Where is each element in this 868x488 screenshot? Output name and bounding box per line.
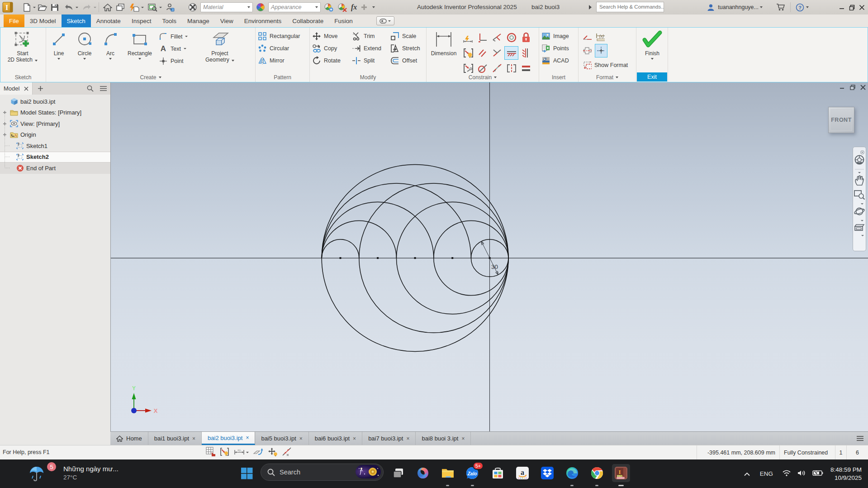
browser-tab-model[interactable]: Model — [0, 82, 33, 95]
pan-hand-icon[interactable] — [854, 174, 865, 188]
parameters-fx-icon[interactable]: fx — [349, 1, 359, 13]
capture-caret[interactable] — [159, 7, 162, 8]
sketch-center-point[interactable] — [414, 257, 416, 259]
finish-sketch-button[interactable]: Finish — [636, 28, 668, 71]
task-view-button[interactable] — [389, 464, 407, 482]
show-constraints-icon[interactable] — [461, 46, 475, 60]
center-point-icon[interactable] — [595, 44, 607, 57]
tree-row-view[interactable]: View: [Primary] — [0, 118, 110, 129]
panel-label-exit[interactable]: Exit — [637, 72, 667, 81]
line-button[interactable]: Line — [46, 28, 71, 71]
zoom-menu-caret[interactable] — [861, 203, 863, 205]
panel-label-sketch[interactable]: Sketch — [0, 73, 46, 81]
constraint-inference-icon[interactable] — [220, 447, 230, 458]
panel-label-insert[interactable]: Insert — [539, 73, 578, 81]
quick-input-caret[interactable] — [141, 7, 144, 8]
expander-icon[interactable] — [2, 133, 8, 137]
minimize-button[interactable] — [837, 1, 847, 13]
lock-icon[interactable] — [519, 31, 533, 44]
construction-icon[interactable] — [583, 33, 592, 42]
tab-collaborate[interactable]: Collaborate — [287, 14, 329, 27]
capture-icon[interactable] — [146, 1, 159, 13]
doc-tab-bai1[interactable]: bai1 buoi3.ipt× — [148, 432, 202, 445]
fillet-button[interactable]: Fillet — [157, 30, 198, 43]
doc-tab-bai6[interactable]: bai6 buoi3.ipt× — [309, 432, 362, 445]
volume-icon[interactable] — [797, 469, 806, 478]
amazon-button[interactable]: a — [513, 464, 531, 482]
tab-annotate[interactable]: Annotate — [91, 14, 126, 27]
orbit-icon[interactable] — [854, 206, 865, 219]
undo-dropdown-caret[interactable] — [76, 7, 78, 8]
driven-dimension-icon[interactable]: (x) — [596, 33, 605, 42]
open-icon[interactable] — [36, 1, 49, 13]
panel-label-pattern[interactable]: Pattern — [256, 73, 309, 81]
windows-start-button[interactable] — [237, 464, 256, 482]
sketch-center-point[interactable] — [340, 257, 342, 259]
tab-close-icon[interactable]: × — [192, 435, 195, 442]
slice-graphics-icon[interactable] — [253, 447, 264, 458]
tab-close-icon[interactable]: × — [461, 435, 465, 442]
arc-button[interactable]: Arc — [98, 28, 123, 71]
help-caret[interactable] — [806, 6, 809, 8]
tree-row-sketch1[interactable]: Sketch1 — [0, 140, 110, 152]
tree-row-sketch2[interactable]: Sketch2 — [0, 152, 110, 163]
move-button[interactable]: Move — [310, 30, 350, 42]
tab-close-icon[interactable]: × — [299, 435, 303, 442]
panel-label-format[interactable]: Format — [579, 73, 636, 81]
dropbox-button[interactable] — [538, 464, 556, 482]
sketch-center-point[interactable] — [377, 257, 379, 259]
parallel-icon[interactable] — [475, 46, 489, 60]
doc-tab-bai5[interactable]: bai5 buoi3.ipt× — [255, 432, 308, 445]
inventor-taskbar-button[interactable]: IPRO — [612, 464, 630, 482]
sketch-drawing[interactable]: 30 — [111, 82, 868, 431]
tree-row-origin[interactable]: Origin — [0, 129, 110, 141]
help-icon[interactable]: ? — [794, 1, 806, 13]
tree-row-end-of-part[interactable]: End of Part — [0, 163, 110, 174]
battery-icon[interactable] — [812, 470, 823, 478]
coincident-icon[interactable] — [490, 46, 504, 60]
sketch-center-point[interactable] — [451, 257, 453, 259]
image-button[interactable]: Image — [539, 30, 578, 42]
project-geometry-button[interactable]: ProjectGeometry — [198, 28, 242, 71]
doc-close-button[interactable] — [860, 84, 866, 91]
perpendicular-icon[interactable] — [475, 31, 489, 44]
cart-icon[interactable] — [774, 1, 787, 13]
sketch-arc[interactable] — [322, 239, 359, 258]
steering-wheel-icon[interactable] — [854, 154, 865, 167]
close-button[interactable] — [857, 1, 867, 13]
panel-label-create[interactable]: Create — [46, 73, 255, 81]
dimension-display-button[interactable]: +/- — [234, 449, 249, 457]
show-format-button[interactable]: Show Format — [583, 59, 636, 71]
points-button[interactable]: Points — [539, 42, 578, 54]
navbar-more-caret[interactable] — [861, 235, 864, 236]
tangent-icon[interactable] — [490, 31, 504, 44]
inventor-logo-icon[interactable]: I — [0, 1, 15, 13]
tab-manage[interactable]: Manage — [182, 14, 215, 27]
graphics-canvas[interactable]: 30 FRONT Y — [110, 82, 868, 431]
expander-icon[interactable] — [2, 122, 8, 126]
material-combo[interactable]: Material — [200, 2, 253, 12]
material-ball-icon[interactable] — [186, 1, 199, 13]
ribbon-display-toggle[interactable] — [376, 16, 394, 25]
scale-button[interactable]: Scale — [388, 30, 426, 42]
user-caret[interactable] — [760, 6, 763, 8]
expand-title-icon[interactable] — [588, 5, 593, 10]
trim-button[interactable]: Trim — [350, 30, 388, 42]
rotate-button[interactable]: Rotate — [310, 54, 350, 67]
home-icon[interactable] — [101, 1, 114, 13]
doc-tab-bai8[interactable]: bai8 buoi 3.ipt× — [416, 432, 471, 445]
save-icon[interactable] — [49, 1, 61, 13]
panel-label-constrain[interactable]: Constrain — [427, 73, 539, 81]
doc-tab-bai7[interactable]: bai7 buoi3.ipt× — [362, 432, 416, 445]
tray-language[interactable]: ENG — [760, 470, 773, 477]
clear-appearance-icon[interactable] — [336, 1, 349, 13]
tab-tools[interactable]: Tools — [157, 14, 182, 27]
start-2d-sketch-button[interactable]: Start2D Sketch — [0, 28, 45, 71]
view-cube-front-face[interactable]: FRONT — [831, 117, 852, 123]
file-explorer-button[interactable] — [439, 464, 457, 482]
dof-glyph-icon[interactable] — [282, 447, 292, 458]
concentric-icon[interactable] — [504, 31, 518, 44]
acad-button[interactable]: ACAD — [539, 54, 578, 67]
weather-widget[interactable]: 5 Những ngày mư... 27°C — [28, 461, 159, 487]
taskbar-search[interactable]: Search — [261, 464, 384, 481]
